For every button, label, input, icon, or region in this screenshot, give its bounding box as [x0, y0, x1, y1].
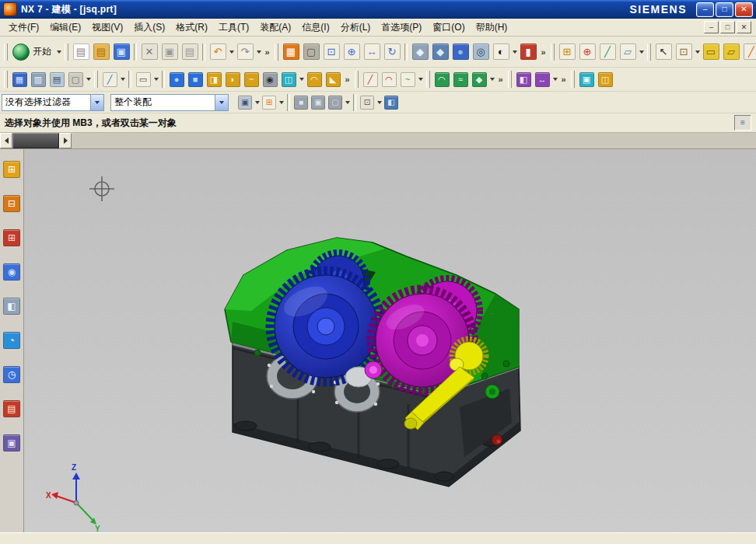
- filters-caret[interactable]: [278, 93, 285, 112]
- datum-csys-icon[interactable]: ⊞: [557, 42, 577, 62]
- simple-interference-icon[interactable]: ◫: [596, 70, 614, 89]
- menu-edit[interactable]: 编辑(E): [44, 19, 86, 36]
- history-icon[interactable]: ◷: [2, 365, 21, 384]
- h-scroll-thumb[interactable]: [12, 133, 59, 148]
- save-icon[interactable]: ▣: [111, 42, 131, 62]
- measure-body-icon[interactable]: ▣: [577, 70, 596, 89]
- hd3d-tools-icon[interactable]: ◧: [2, 297, 21, 316]
- layer-settings-icon[interactable]: ▤: [47, 70, 66, 89]
- menu-file[interactable]: 文件(F): [3, 19, 44, 36]
- layout-icon[interactable]: ▢: [66, 70, 85, 89]
- select-arrow-icon[interactable]: ↖: [653, 42, 674, 62]
- extrude-icon[interactable]: ◨: [205, 70, 223, 89]
- selection-scope-combo[interactable]: 整个装配: [110, 94, 229, 111]
- selection-scope-combo-dropdown-button[interactable]: [215, 95, 228, 110]
- arc-icon[interactable]: ◠: [380, 70, 398, 89]
- display-mode-icon[interactable]: ▦: [10, 70, 29, 89]
- sphere-icon[interactable]: ●: [167, 70, 186, 89]
- undo-icon[interactable]: ↶: [208, 42, 228, 62]
- menu-analysis[interactable]: 分析(L): [335, 19, 376, 36]
- highlight-wireframe-icon[interactable]: ▣: [310, 94, 327, 111]
- highlight-shaded-icon[interactable]: ■: [292, 94, 310, 111]
- part-navigator-icon[interactable]: ⊞: [2, 228, 21, 247]
- render-style-icon[interactable]: ◐: [491, 42, 511, 62]
- start-button[interactable]: 开始: [10, 42, 55, 62]
- wireframe-view-icon[interactable]: ◎: [471, 42, 491, 62]
- undo-caret[interactable]: [228, 43, 235, 61]
- snap-enable-icon[interactable]: ⊡: [359, 94, 376, 111]
- pan-icon[interactable]: ↔: [362, 42, 382, 62]
- render-style-caret[interactable]: [511, 43, 518, 61]
- shaded-view-icon[interactable]: ●: [450, 42, 471, 62]
- toolbar-grip[interactable]: [551, 44, 555, 61]
- new-file-icon[interactable]: ▤: [71, 42, 91, 62]
- reuse-library-icon[interactable]: ◉: [2, 263, 21, 281]
- snap-point-icon[interactable]: ⊡: [674, 42, 694, 62]
- menu-window[interactable]: 窗口(O): [427, 19, 470, 36]
- rectangle-caret[interactable]: [152, 70, 159, 89]
- sketch-caret[interactable]: [119, 70, 126, 89]
- toolbar-grip[interactable]: [4, 44, 8, 61]
- general-selection-filters-icon[interactable]: ⊞: [261, 94, 278, 111]
- swept-icon[interactable]: ~: [242, 70, 261, 89]
- edit-object-display-icon[interactable]: ╱: [741, 42, 756, 62]
- toolbar-grip[interactable]: [647, 44, 651, 61]
- start-caret[interactable]: [55, 43, 62, 61]
- assembly-navigator-icon[interactable]: ⊞: [2, 160, 21, 179]
- ruled-surface-icon[interactable]: ◠: [432, 70, 451, 89]
- sketch-icon[interactable]: ╱: [100, 70, 119, 89]
- close-button[interactable]: ✕: [735, 2, 753, 17]
- select-in-window-icon[interactable]: ▣: [236, 94, 254, 111]
- fit-window-icon[interactable]: ▢: [301, 42, 321, 62]
- selection-filter-combo-dropdown-button[interactable]: [90, 95, 103, 110]
- revolve-icon[interactable]: ◗: [223, 70, 242, 89]
- feature-toolbar-overflow[interactable]: »: [342, 75, 352, 84]
- measure-distance-icon[interactable]: ▭: [701, 42, 721, 62]
- menu-information[interactable]: 信息(I): [296, 19, 334, 36]
- measure-angle-icon[interactable]: ▱: [721, 42, 741, 62]
- redo-icon[interactable]: ↷: [235, 42, 255, 62]
- unite-icon[interactable]: ◫: [279, 70, 298, 89]
- wcs-triad[interactable]: X Z Y: [46, 463, 100, 532]
- curve-caret[interactable]: [417, 70, 424, 89]
- snap-caret[interactable]: [694, 43, 701, 61]
- gear-blue-large[interactable]: [270, 270, 382, 382]
- graphics-viewport[interactable]: X Z Y: [24, 149, 756, 532]
- assembly-context-icon[interactable]: ◧: [383, 94, 400, 111]
- open-file-icon[interactable]: ▤: [91, 42, 111, 62]
- gearbox-model[interactable]: [225, 238, 520, 486]
- synchronous-caret[interactable]: [551, 70, 558, 89]
- h-scroll-right-button[interactable]: [59, 133, 72, 148]
- surface-caret[interactable]: [488, 70, 495, 89]
- select-in-window-caret[interactable]: [254, 93, 261, 112]
- datum-caret[interactable]: [638, 43, 645, 61]
- roles-icon[interactable]: ▣: [2, 434, 21, 452]
- refresh-icon[interactable]: ▦: [281, 42, 301, 62]
- split-window-icon[interactable]: ▥: [29, 70, 47, 89]
- chamfer-icon[interactable]: ◣: [324, 70, 342, 89]
- toolbar-grip[interactable]: [426, 71, 430, 88]
- h-scroll-track[interactable]: [72, 133, 756, 148]
- highlight-faces-icon[interactable]: ▢: [327, 94, 344, 111]
- zoom-icon[interactable]: ⊕: [341, 42, 362, 62]
- cut-icon[interactable]: ✕: [139, 42, 159, 62]
- view-toolbar-overflow[interactable]: »: [538, 47, 548, 57]
- selection-filter-combo[interactable]: 没有选择过滤器: [2, 94, 104, 111]
- pull-face-icon[interactable]: ↔: [533, 70, 551, 89]
- zoom-window-icon[interactable]: ⊡: [321, 42, 341, 62]
- h-scroll-left-button[interactable]: [0, 133, 12, 148]
- section-view-icon[interactable]: ▮: [518, 42, 538, 62]
- standard-toolbar-overflow[interactable]: »: [262, 47, 272, 57]
- paste-icon[interactable]: ▤: [180, 42, 200, 62]
- constraint-navigator-icon[interactable]: ⊟: [2, 194, 21, 213]
- rotate-view-icon[interactable]: ↻: [382, 42, 402, 62]
- menu-tools[interactable]: 工具(T): [213, 19, 254, 36]
- synchronous-toolbar-overflow[interactable]: »: [558, 75, 569, 84]
- palette-icon[interactable]: ▤: [2, 399, 21, 418]
- trimetric-view-icon[interactable]: ◆: [410, 42, 430, 62]
- drain-plug-green[interactable]: [485, 385, 499, 399]
- maximize-button[interactable]: □: [716, 2, 733, 17]
- studio-spline-icon[interactable]: ~: [398, 70, 417, 89]
- through-curves-icon[interactable]: ≈: [451, 70, 470, 89]
- redo-caret[interactable]: [255, 43, 262, 61]
